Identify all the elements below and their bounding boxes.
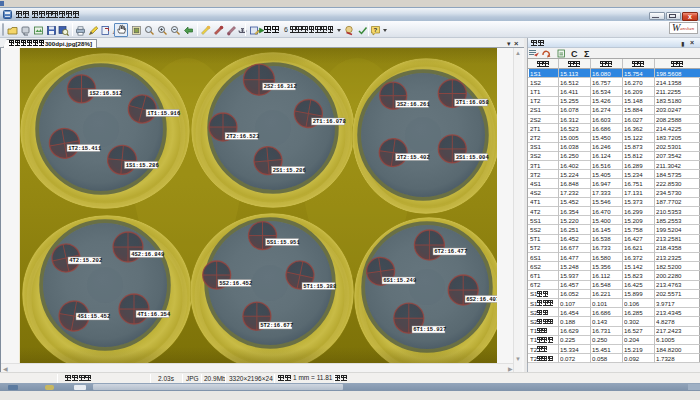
svg-text:3S1:15.004: 3S1:15.004: [456, 154, 490, 161]
svg-text:5T1:15.388: 5T1:15.388: [303, 283, 337, 290]
svg-text:3T1:16.058: 3T1:16.058: [456, 99, 490, 106]
svg-text:Σ: Σ: [584, 49, 590, 58]
svg-text:2S1:15.286: 2S1:15.286: [273, 167, 306, 174]
svg-text:?: ?: [374, 27, 378, 33]
svg-text:2T1:16.078: 2T1:16.078: [313, 118, 347, 125]
svg-text:6S2:16.407: 6S2:16.407: [466, 296, 497, 303]
svg-text:2T2:16.523: 2T2:16.523: [226, 133, 260, 140]
svg-text:1T2:15.411: 1T2:15.411: [68, 145, 102, 152]
svg-text:4S2:16.849: 4S2:16.849: [131, 251, 164, 258]
svg-text:6T2:16.477: 6T2:16.477: [434, 248, 467, 255]
svg-text:3T2:15.402: 3T2:15.402: [397, 154, 430, 161]
svg-text:1S2:16.512: 1S2:16.512: [89, 90, 122, 97]
svg-text:6T1:15.937: 6T1:15.937: [413, 326, 446, 333]
svg-text:4T1:16.354: 4T1:16.354: [137, 311, 171, 318]
svg-text:4T2:15.202: 4T2:15.202: [69, 257, 102, 264]
svg-text:2S2:16.312: 2S2:16.312: [264, 83, 297, 90]
svg-text:3S2:16.261: 3S2:16.261: [397, 101, 431, 108]
svg-text:1S1:15.286: 1S1:15.286: [126, 162, 159, 169]
svg-text:C: C: [571, 49, 578, 58]
svg-text:5S1:15.951: 5S1:15.951: [267, 239, 301, 246]
svg-text:5S2:16.452: 5S2:16.452: [219, 280, 252, 287]
svg-text:6S1:15.249: 6S1:15.249: [383, 277, 416, 284]
svg-text:1T1:15.916: 1T1:15.916: [147, 110, 180, 117]
svg-text:5T2:16.677: 5T2:16.677: [260, 322, 293, 329]
svg-text:4S1:15.452: 4S1:15.452: [77, 313, 110, 320]
